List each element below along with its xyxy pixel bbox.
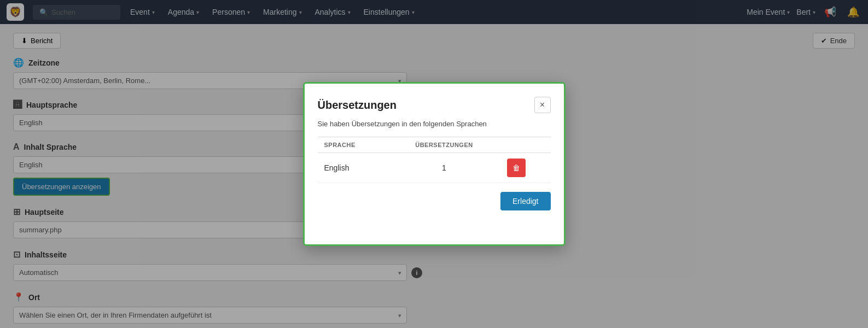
language-cell: English: [318, 153, 388, 183]
col-actions: [500, 137, 551, 153]
erledigt-button[interactable]: Erledigt: [500, 192, 550, 210]
modal-footer: Erledigt: [318, 192, 551, 210]
action-cell: 🗑: [500, 153, 551, 183]
modal-title: Übersetzungen: [318, 99, 397, 112]
delete-translation-button[interactable]: 🗑: [507, 159, 526, 177]
modal-close-button[interactable]: ×: [534, 97, 551, 113]
col-sprache: SPRACHE: [318, 137, 388, 153]
ubersetzungen-modal: Übersetzungen × Sie haben Übersetzungen …: [303, 82, 566, 246]
modal-subtitle: Sie haben Übersetzungen in den folgenden…: [318, 120, 551, 128]
count-cell: 1: [388, 153, 500, 183]
table-row: English 1 🗑: [318, 153, 551, 183]
modal-overlay: Übersetzungen × Sie haben Übersetzungen …: [0, 0, 868, 328]
translations-table: SPRACHE ÜBERSETZUNGEN English 1 🗑: [318, 137, 551, 183]
modal-header: Übersetzungen ×: [318, 97, 551, 113]
trash-icon: 🗑: [512, 163, 520, 172]
col-ubersetzungen: ÜBERSETZUNGEN: [388, 137, 500, 153]
